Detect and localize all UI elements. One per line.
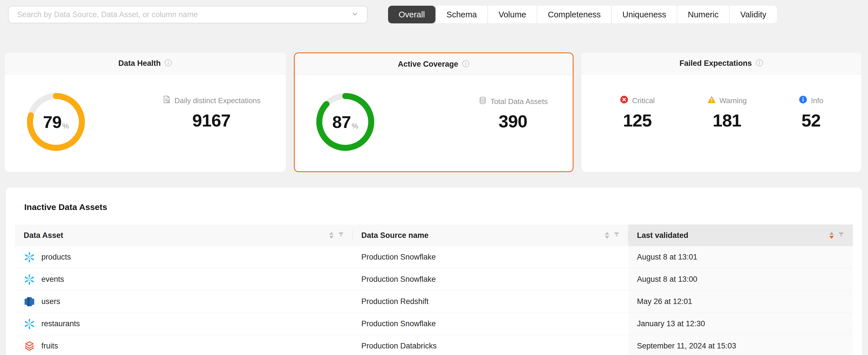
column-label: Data Asset [24,231,63,240]
tab-numeric[interactable]: Numeric [677,6,729,23]
data-health-gauge: 79 % [27,93,85,151]
snowflake-icon [24,318,35,330]
table-row[interactable]: fruits Production Databricks September 1… [15,335,853,355]
active-coverage-card[interactable]: Active Coverage 87 % Total Data Assets [294,52,574,172]
column-label: Data Source name [361,231,429,240]
info-icon[interactable] [755,59,763,68]
warning-stat: Warning 181 [707,95,747,129]
active-coverage-percent: 87 [333,112,351,132]
column-label: Last validated [637,231,688,240]
document-search-icon [162,95,171,106]
database-icon [478,96,487,107]
tab-schema[interactable]: Schema [435,6,487,23]
table-header-row: Data Asset Data Source name [15,224,853,246]
stat-label: Total Data Assets [491,97,548,106]
filter-icon[interactable] [338,231,344,240]
tab-overall[interactable]: Overall [388,6,435,23]
table-row[interactable]: users Production Redshift May 26 at 12:0… [15,291,853,313]
info-icon[interactable] [164,59,172,68]
sort-icon[interactable] [605,232,609,239]
search-input[interactable] [17,10,346,20]
metric-tabs: Overall Schema Volume Completeness Uniqu… [388,6,777,23]
tab-volume[interactable]: Volume [487,6,537,23]
last-validated-cell: May 26 at 12:01 [628,291,853,313]
info-icon[interactable] [462,60,470,69]
critical-stat: Critical 125 [620,95,655,129]
inactive-data-assets-table: Data Asset Data Source name [15,224,853,355]
column-header-last-validated[interactable]: Last validated [628,224,853,246]
info-badge-icon [799,95,807,106]
column-header-data-asset[interactable]: Data Asset [15,224,353,246]
total-data-assets-stat: Total Data Assets 390 [478,96,548,130]
daily-expectations-value: 9167 [192,112,230,129]
last-validated-cell: August 8 at 13:01 [628,246,853,269]
card-title: Failed Expectations [679,59,752,68]
data-health-card-header: Data Health [5,52,286,74]
stat-label: Critical [632,96,655,105]
stat-label: Warning [719,96,747,105]
data-health-percent: 79 [43,112,62,132]
info-value: 52 [802,112,820,129]
sort-icon-descending-active[interactable] [830,232,834,239]
search-box[interactable] [8,6,368,23]
data-source-cell: Production Snowflake [353,246,628,269]
column-header-data-source-name[interactable]: Data Source name [353,224,628,246]
active-coverage-card-header: Active Coverage [295,53,573,75]
asset-name[interactable]: fruits [41,342,58,350]
databricks-icon [24,341,35,352]
table-row[interactable]: events Production Snowflake August 8 at … [15,269,853,291]
data-source-cell: Production Databricks [353,335,628,355]
daily-expectations-stat: Daily distinct Expectations 9167 [162,95,260,129]
warning-value: 181 [712,112,741,129]
card-title: Active Coverage [398,60,458,69]
tab-completeness[interactable]: Completeness [537,6,611,23]
critical-value: 125 [623,112,651,129]
panel-title: Inactive Data Assets [24,202,107,212]
total-data-assets-value: 390 [498,112,527,130]
percent-sign: % [351,122,358,131]
failed-expectations-card-header: Failed Expectations [581,52,862,74]
failed-expectations-card[interactable]: Failed Expectations Critical 125 [581,52,862,172]
chevron-down-icon[interactable] [351,10,359,19]
asset-name[interactable]: events [41,275,64,284]
data-source-cell: Production Snowflake [353,313,628,335]
filter-icon[interactable] [614,231,620,240]
tab-validity[interactable]: Validity [729,6,777,23]
active-coverage-gauge: 87 % [316,93,374,151]
data-source-cell: Production Redshift [353,291,628,313]
last-validated-cell: August 8 at 13:00 [628,269,853,291]
asset-name[interactable]: users [41,297,60,306]
snowflake-icon [24,252,35,263]
inactive-data-assets-panel: Inactive Data Assets Data Asset Data Sou… [6,187,862,355]
critical-icon [620,95,629,106]
redshift-icon [24,296,35,308]
table-row[interactable]: restaurants Production Snowflake January… [15,313,853,335]
data-source-cell: Production Snowflake [353,269,628,291]
info-stat: Info 52 [799,95,823,129]
percent-sign: % [62,122,69,131]
card-title: Data Health [118,59,161,68]
table-row[interactable]: products Production Snowflake August 8 a… [15,246,853,269]
stat-label: Daily distinct Expectations [174,96,260,105]
asset-name[interactable]: products [41,253,71,261]
last-validated-cell: September 11, 2024 at 15:03 [628,335,853,355]
data-health-card[interactable]: Data Health 79 % Daily distinct Expectat… [5,52,286,172]
sort-icon[interactable] [329,232,334,239]
last-validated-cell: January 13 at 12:30 [628,313,853,335]
tab-uniqueness[interactable]: Uniqueness [611,6,677,23]
warning-icon [707,95,716,106]
filter-icon[interactable] [838,231,844,240]
asset-name[interactable]: restaurants [41,319,80,328]
snowflake-icon [24,274,35,285]
stat-label: Info [811,96,823,105]
